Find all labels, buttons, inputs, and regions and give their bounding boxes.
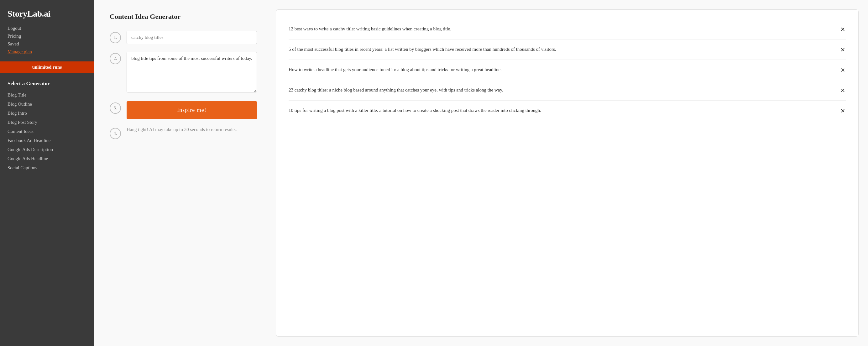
- result-item: How to write a headline that gets your a…: [288, 60, 846, 80]
- result-text-5: 10 tips for writing a blog post with a k…: [288, 107, 834, 114]
- result-text-3: How to write a headline that gets your a…: [288, 66, 834, 73]
- result-close-5[interactable]: ✕: [839, 107, 846, 115]
- sidebar-item-facebook-ad-headline[interactable]: Facebook Ad Headline: [0, 136, 94, 145]
- sidebar-item-blog-post-story[interactable]: Blog Post Story: [0, 118, 94, 127]
- step-3-row: 3. Inspire me!: [110, 101, 257, 119]
- result-item: 5 of the most successful blog titles in …: [288, 39, 846, 60]
- sidebar-nav: Logout Pricing Saved Manage plan: [0, 25, 94, 59]
- result-text-2: 5 of the most successful blog titles in …: [288, 46, 834, 53]
- app-logo: StoryLab.ai: [0, 0, 94, 25]
- step-1-input-container: [127, 31, 257, 44]
- step-2-circle: 2.: [110, 53, 121, 64]
- result-close-4[interactable]: ✕: [839, 87, 846, 94]
- page-title: Content Idea Generator: [110, 12, 257, 21]
- step-2-textarea[interactable]: blog title tips from some of the most su…: [127, 52, 257, 92]
- result-close-1[interactable]: ✕: [839, 26, 846, 33]
- sidebar-item-blog-outline[interactable]: Blog Outline: [0, 100, 94, 109]
- sidebar-item-google-ads-description[interactable]: Google Ads Description: [0, 145, 94, 154]
- sidebar-item-blog-intro[interactable]: Blog Intro: [0, 109, 94, 118]
- sidebar-section-title: Select a Generator: [0, 78, 94, 91]
- step-2-input-container: blog title tips from some of the most su…: [127, 52, 257, 94]
- result-item: 12 best ways to write a catchy title: wr…: [288, 19, 846, 39]
- step-1-circle: 1.: [110, 32, 121, 43]
- sidebar-item-content-ideas[interactable]: Content Ideas: [0, 127, 94, 136]
- step-3-circle: 3.: [110, 102, 121, 114]
- result-text-4: 23 catchy blog titles: a niche blog base…: [288, 87, 834, 94]
- result-text-1: 12 best ways to write a catchy title: wr…: [288, 25, 834, 33]
- sidebar-nav-pricing[interactable]: Pricing: [7, 33, 87, 39]
- step-4-circle: 4.: [110, 128, 121, 139]
- form-panel: Content Idea Generator 1. 2. blog title …: [94, 0, 273, 346]
- step-2-row: 2. blog title tips from some of the most…: [110, 52, 257, 94]
- sidebar: StoryLab.ai Logout Pricing Saved Manage …: [0, 0, 94, 346]
- step-3-button-container: Inspire me!: [127, 101, 257, 119]
- inspire-button[interactable]: Inspire me!: [127, 101, 257, 119]
- step-4-row: 4. Hang tight! AI may take up to 30 seco…: [110, 127, 257, 139]
- step-1-row: 1.: [110, 31, 257, 44]
- result-close-2[interactable]: ✕: [839, 46, 846, 53]
- main-content: Content Idea Generator 1. 2. blog title …: [94, 0, 868, 346]
- step-4-hint-container: Hang tight! AI may take up to 30 seconds…: [127, 127, 257, 132]
- sidebar-nav-manage-plan[interactable]: Manage plan: [7, 49, 87, 55]
- sidebar-item-social-captions[interactable]: Social Captions: [0, 163, 94, 172]
- sidebar-item-google-ads-headline[interactable]: Google Ads Headline: [0, 154, 94, 163]
- result-close-3[interactable]: ✕: [839, 67, 846, 74]
- result-item: 10 tips for writing a blog post with a k…: [288, 101, 846, 121]
- sidebar-item-blog-title[interactable]: Blog Title: [0, 91, 94, 100]
- sidebar-nav-saved[interactable]: Saved: [7, 41, 87, 47]
- result-item: 23 catchy blog titles: a niche blog base…: [288, 80, 846, 101]
- step-1-input[interactable]: [127, 31, 257, 44]
- unlimited-runs-badge: unlimited runs: [0, 61, 94, 73]
- step-4-hint: Hang tight! AI may take up to 30 seconds…: [127, 125, 237, 132]
- sidebar-nav-logout[interactable]: Logout: [7, 25, 87, 32]
- results-panel: 12 best ways to write a catchy title: wr…: [276, 9, 859, 337]
